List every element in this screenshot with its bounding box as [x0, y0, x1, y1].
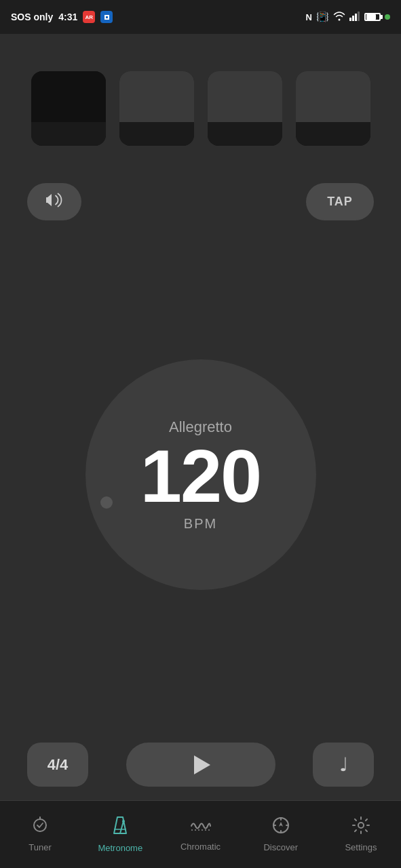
settings-icon: [352, 816, 370, 839]
signal-icon: [349, 12, 360, 23]
svg-rect-1: [352, 16, 354, 21]
note-icon: ♩: [339, 753, 348, 776]
svg-point-9: [122, 820, 125, 823]
volume-icon: [45, 193, 63, 212]
notification-badge-blue: [100, 11, 113, 23]
chromatic-icon: [191, 817, 211, 838]
nav-item-discover[interactable]: Discover: [241, 816, 321, 852]
beat-block-top-4: [296, 71, 370, 122]
volume-button[interactable]: [27, 183, 81, 220]
svg-point-17: [358, 823, 364, 828]
svg-rect-3: [358, 12, 360, 21]
status-bar: SOS only 4:31 AR N 📳: [0, 0, 401, 34]
battery-icon: [364, 13, 381, 21]
note-button[interactable]: ♩: [313, 743, 374, 787]
discover-icon: [272, 816, 290, 839]
svg-rect-0: [349, 18, 351, 21]
beat-block-top-3: [208, 71, 282, 122]
nfc-icon: N: [306, 12, 312, 22]
vibrate-icon: 📳: [316, 11, 329, 23]
status-right: N 📳: [306, 11, 390, 23]
nav-item-tuner[interactable]: Tuner: [0, 816, 80, 852]
bpm-number: 120: [140, 439, 261, 513]
notification-badge-red: AR: [83, 11, 95, 23]
meter-label: 4/4: [47, 756, 69, 774]
time-label: 4:31: [58, 12, 77, 22]
beat-indicators: [0, 54, 401, 163]
beat-block-top-2: [119, 71, 194, 122]
nav-label-settings: Settings: [345, 842, 377, 852]
dial-position-indicator: [100, 496, 113, 509]
beat-block-bottom-2: [119, 122, 194, 146]
nav-item-chromatic[interactable]: Chromatic: [160, 817, 240, 852]
beat-block-3[interactable]: [208, 71, 282, 146]
nav-item-settings[interactable]: Settings: [321, 816, 401, 852]
main-content: TAP Allegretto 120 BPM 4/4 ♩: [0, 34, 401, 800]
battery-green-dot: [385, 14, 390, 20]
tap-label: TAP: [327, 195, 353, 209]
beat-block-2[interactable]: [119, 71, 194, 146]
play-icon: [194, 755, 210, 774]
tap-button[interactable]: TAP: [306, 183, 374, 220]
nav-label-tuner: Tuner: [28, 842, 51, 852]
nav-item-metronome[interactable]: Metronome: [80, 816, 160, 853]
play-button[interactable]: [126, 743, 275, 787]
bpm-label: BPM: [184, 516, 217, 532]
metronome-icon: [111, 816, 129, 840]
tempo-name: Allegretto: [169, 418, 232, 436]
bottom-controls: 4/4 ♩: [0, 729, 401, 800]
svg-rect-2: [355, 14, 357, 21]
bpm-dial[interactable]: Allegretto 120 BPM: [85, 359, 316, 590]
nav-label-chromatic: Chromatic: [180, 842, 221, 852]
beat-block-bottom-4: [296, 122, 370, 146]
nav-label-metronome: Metronome: [98, 843, 142, 853]
nav-label-discover: Discover: [263, 842, 298, 852]
beat-block-bottom-3: [208, 122, 282, 146]
beat-block-4[interactable]: [296, 71, 370, 146]
sos-label: SOS only: [11, 12, 53, 22]
beat-block-bottom-1: [31, 122, 106, 146]
tuner-icon: [31, 816, 49, 839]
svg-point-4: [34, 819, 46, 831]
status-left: SOS only 4:31 AR: [11, 11, 113, 23]
svg-marker-16: [279, 822, 283, 827]
wifi-icon: [333, 12, 345, 23]
meter-button[interactable]: 4/4: [27, 743, 88, 787]
controls-row: TAP: [0, 176, 401, 227]
beat-block-1[interactable]: [31, 71, 106, 146]
dial-container: Allegretto 120 BPM: [0, 234, 401, 715]
svg-line-8: [120, 821, 123, 833]
bottom-nav: Tuner Metronome Chromatic: [0, 800, 401, 868]
beat-block-top-1: [31, 71, 106, 122]
